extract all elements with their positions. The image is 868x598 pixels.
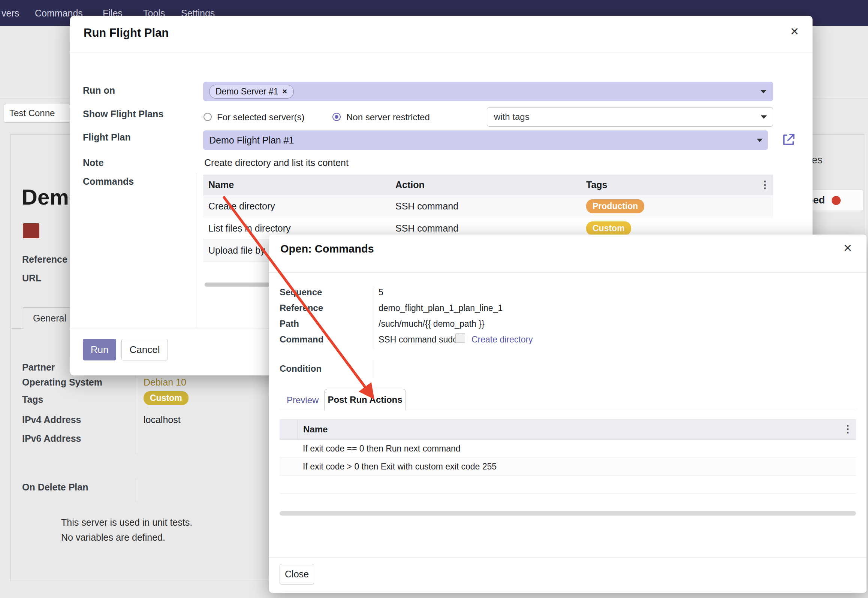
condition-label: Condition — [280, 363, 322, 374]
run-modal-close-icon[interactable]: ✕ — [790, 26, 799, 37]
table-row[interactable]: If exit code > 0 then Exit with custom e… — [280, 458, 856, 476]
radio-non-server-restricted-label[interactable]: Non server restricted — [346, 112, 430, 123]
run-modal-title: Run Flight Plan — [84, 26, 169, 40]
chevron-down-icon — [757, 139, 763, 142]
url-label: URL — [22, 273, 41, 284]
reference-label: Reference — [22, 254, 67, 265]
field-rule — [373, 286, 373, 350]
sequence-value: 5 — [379, 287, 383, 298]
on-delete-plan-label: On Delete Plan — [22, 482, 88, 493]
col-header-tags: Tags — [586, 179, 757, 190]
os-value-link[interactable]: Debian 10 — [144, 377, 186, 388]
path-label: Path — [280, 318, 299, 329]
field-separator-rule-2 — [136, 479, 136, 501]
ipv6-label: IPv6 Address — [22, 433, 81, 444]
partner-label: Partner — [22, 362, 55, 373]
run-on-label: Run on — [83, 85, 115, 96]
server-chip[interactable]: Demo Server #1 ✕ — [209, 85, 294, 99]
unit-tests-note-line2: No variables are defined. — [61, 532, 165, 543]
os-label: Operating System — [22, 377, 102, 388]
run-on-field[interactable]: Demo Server #1 ✕ — [203, 82, 773, 101]
chevron-down-icon — [761, 115, 767, 119]
tab-general[interactable]: General — [23, 307, 76, 329]
table-row-empty[interactable] — [280, 476, 856, 494]
table-options-icon[interactable]: ⋮ — [760, 179, 770, 190]
col-header-name: Name — [203, 179, 395, 190]
close-button[interactable]: Close — [280, 564, 314, 585]
post-run-actions-table: Name ⋮ If exit code == 0 then Run next c… — [280, 419, 856, 494]
open-modal-close-icon[interactable]: ✕ — [843, 243, 852, 254]
tag-production: Production — [586, 199, 644, 213]
tab-post-run-actions[interactable]: Post Run Actions — [324, 389, 406, 410]
selector-column — [280, 419, 298, 440]
notes-tab-fragment: es — [812, 154, 823, 166]
cancel-button[interactable]: Cancel — [121, 339, 168, 360]
cell-action: SSH command — [395, 201, 586, 212]
ipv4-value: localhost — [144, 414, 181, 425]
nav-item-servers[interactable]: vers — [1, 7, 19, 18]
radio-non-server-restricted[interactable] — [332, 113, 341, 121]
server-tag-custom: Custom — [144, 391, 189, 405]
radio-for-selected-servers[interactable] — [204, 113, 212, 121]
note-value: Create directory and list its content — [204, 157, 349, 168]
with-tags-dropdown[interactable]: with tags — [487, 107, 773, 127]
col-header-action: Action — [395, 179, 586, 190]
flight-plan-label: Flight Plan — [83, 132, 131, 143]
open-modal-header-line — [269, 272, 867, 273]
field-rule-2 — [373, 360, 373, 378]
cell-name: Create directory — [203, 201, 395, 212]
chip-remove-icon[interactable]: ✕ — [282, 88, 287, 96]
table-hscrollbar[interactable] — [280, 511, 856, 516]
cell-action: SSH command — [395, 223, 586, 234]
tag-custom: Custom — [586, 221, 631, 235]
run-button[interactable]: Run — [83, 339, 116, 360]
commands-table-header: Name Action Tags ⋮ — [203, 175, 773, 195]
server-chip-label: Demo Server #1 — [216, 87, 278, 97]
flight-plan-select[interactable]: Demo Flight Plan #1 — [203, 130, 768, 150]
flight-plan-select-value: Demo Flight Plan #1 — [209, 135, 294, 146]
create-directory-link[interactable]: Create directory — [471, 335, 533, 345]
table-options-icon[interactable]: ⋮ — [843, 423, 853, 435]
tab-preview[interactable]: Preview — [287, 395, 319, 405]
radio-for-selected-servers-label[interactable]: For selected server(s) — [217, 112, 304, 123]
run-modal-header-line — [70, 52, 813, 52]
note-label: Note — [83, 157, 104, 168]
show-flight-plans-label: Show Flight Plans — [83, 109, 163, 120]
test-connection-button[interactable]: Test Conne — [4, 104, 70, 123]
status-stopped-dot-icon — [832, 196, 841, 205]
with-tags-dropdown-value: with tags — [494, 112, 530, 122]
sequence-label: Sequence — [280, 287, 322, 298]
commands-label: Commands — [83, 176, 134, 187]
chevron-down-icon — [760, 90, 766, 93]
open-modal-title: Open: Commands — [280, 243, 374, 255]
group-separator-rule — [196, 173, 196, 328]
actions-table-header: Name ⋮ — [280, 419, 856, 440]
reference-value: demo_flight_plan_1_plan_line_1 — [379, 303, 503, 313]
table-row[interactable]: If exit code == 0 then Run next command — [280, 440, 856, 458]
table-row[interactable]: Create directory SSH command Production — [203, 195, 773, 217]
ipv4-label: IPv4 Address — [22, 414, 81, 425]
cell-name: List files in directory — [203, 223, 395, 234]
open-modal-footer-line — [269, 557, 867, 558]
reference-label: Reference — [280, 303, 323, 313]
color-swatch[interactable] — [23, 223, 39, 238]
tags-label: Tags — [22, 394, 43, 405]
col-header-name: Name — [298, 424, 840, 435]
command-label: Command — [280, 334, 323, 345]
screen: vers Commands Files Tools Settings Test … — [0, 0, 868, 598]
external-link-icon[interactable] — [781, 132, 796, 148]
command-checkbox[interactable] — [455, 333, 465, 343]
unit-tests-note-line1: This server is used in unit tests. — [61, 517, 192, 528]
command-value: SSH command sudo — [379, 335, 458, 345]
open-commands-modal: Open: Commands ✕ Sequence Reference Path… — [269, 235, 867, 593]
path-value: /such/much/{{ demo_path }} — [379, 319, 485, 329]
